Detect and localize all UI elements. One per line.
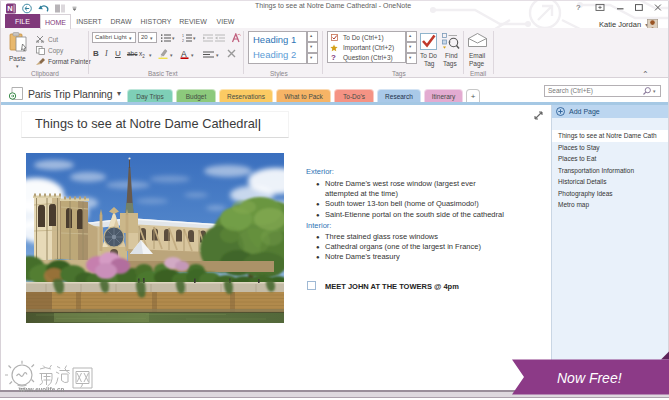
svg-text:1: 1 (182, 34, 184, 38)
svg-text:N: N (7, 4, 12, 13)
svg-text:www.evolife.cn: www.evolife.cn (18, 386, 64, 393)
svg-text:Now Free!: Now Free! (557, 370, 622, 386)
svg-text:2: 2 (182, 39, 184, 42)
svg-text:A: A (181, 49, 187, 59)
svg-text:?: ? (576, 3, 581, 12)
